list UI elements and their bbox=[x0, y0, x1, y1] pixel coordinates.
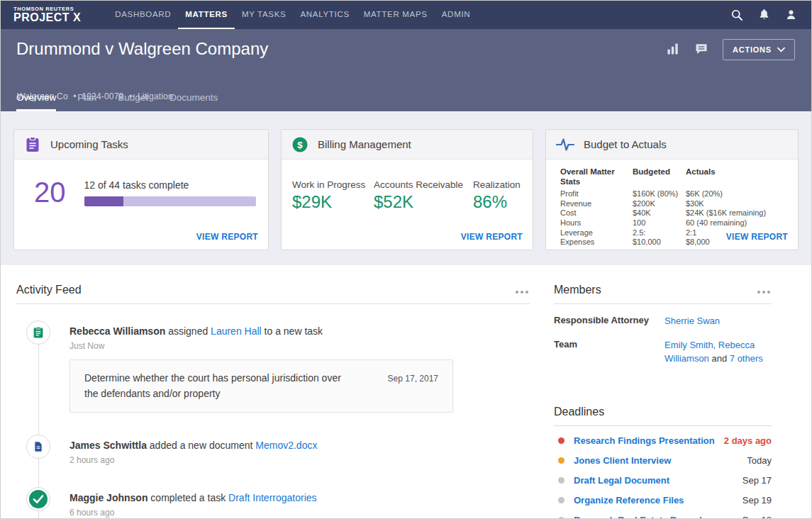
activity-feed-list: Rebecca Williamson assigned Lauren Hall … bbox=[16, 320, 530, 518]
view-report-link-tasks[interactable]: VIEW REPORT bbox=[196, 232, 258, 242]
deadline-due: Sep 17 bbox=[743, 475, 772, 486]
activity-feed-more-menu-icon[interactable] bbox=[514, 288, 530, 296]
deadline-link[interactable]: Research Findings Presentation bbox=[574, 435, 715, 446]
tab-overview[interactable]: Overview bbox=[16, 92, 56, 111]
stat-value: $52K bbox=[374, 192, 473, 212]
deadline-link[interactable]: Organize Reference Files bbox=[574, 495, 684, 506]
search-icon[interactable] bbox=[729, 7, 745, 23]
status-dot-upcoming bbox=[558, 517, 564, 519]
team-row: Team Emily Smith, Rebecca Williamson and… bbox=[554, 339, 772, 366]
nav-item-matter-maps[interactable]: MATTER MAPS bbox=[357, 1, 435, 29]
deadline-link[interactable]: Draft Legal Document bbox=[574, 475, 669, 486]
deadline-due: Sep 18 bbox=[743, 515, 772, 519]
status-dot-overdue bbox=[558, 437, 564, 444]
activity-item-task-assigned: Rebecca Williamson assigned Lauren Hall … bbox=[16, 320, 530, 413]
summary-cards-band: Upcoming Tasks 20 12 of 44 tasks complet… bbox=[1, 111, 811, 265]
nav-item-admin[interactable]: ADMIN bbox=[435, 1, 478, 29]
clipboard-icon bbox=[24, 136, 41, 153]
tab-documents[interactable]: Documents bbox=[169, 92, 218, 111]
task-description: Determine whether the court has personal… bbox=[84, 371, 354, 401]
stat-work-in-progress: Work in Progress $29K bbox=[292, 179, 374, 212]
members-more-menu-icon[interactable] bbox=[756, 288, 772, 296]
card-title: Budget to Actuals bbox=[584, 138, 667, 150]
tab-plan[interactable]: Plan bbox=[77, 92, 96, 111]
status-dot-upcoming bbox=[558, 477, 564, 484]
status-dot-today bbox=[558, 457, 564, 464]
deadline-due: Sep 19 bbox=[743, 495, 772, 506]
table-row-profit: Profit $160K (80%) $6K (20%) bbox=[560, 189, 788, 199]
task-link[interactable]: Draft Interrogatories bbox=[228, 492, 317, 503]
matter-header: Drummond v Walgreen Company Walgreen Co … bbox=[1, 29, 811, 111]
logo-line2: PROJECT X bbox=[13, 12, 81, 24]
actions-label: ACTIONS bbox=[733, 45, 772, 54]
responsible-attorney-row: Responsible Attorney Sherrie Swan bbox=[554, 315, 772, 328]
responsible-attorney-link[interactable]: Sherrie Swan bbox=[664, 316, 720, 326]
document-icon bbox=[33, 440, 44, 453]
notifications-bell-icon[interactable] bbox=[756, 7, 772, 23]
pulse-icon bbox=[556, 137, 574, 152]
tab-budget[interactable]: Budget bbox=[118, 92, 148, 111]
card-title: Upcoming Tasks bbox=[50, 138, 128, 150]
deadlines-title: Deadlines bbox=[554, 406, 604, 418]
user-account-icon[interactable] bbox=[783, 7, 799, 23]
nav-item-analytics[interactable]: ANALYTICS bbox=[293, 1, 356, 29]
deadlines-list: Research Findings Presentation 2 days ag… bbox=[554, 435, 772, 519]
col-header-stats: Overall Matter Stats bbox=[560, 167, 633, 186]
team-others-link[interactable]: 7 others bbox=[730, 353, 763, 364]
view-report-link-billing[interactable]: VIEW REPORT bbox=[461, 232, 523, 242]
stat-realization: Realization 86% bbox=[473, 179, 522, 212]
col-header-budgeted: Budgeted bbox=[633, 167, 686, 186]
nav-item-dashboard[interactable]: DASHBOARD bbox=[108, 1, 178, 29]
actions-button[interactable]: ACTIONS bbox=[723, 39, 795, 60]
stat-value: 86% bbox=[473, 192, 522, 212]
table-row-cost: Cost $40K $24K ($16K remaining) bbox=[560, 208, 788, 218]
activity-timestamp: 6 hours ago bbox=[69, 508, 530, 518]
stat-label: Accounts Receivable bbox=[374, 179, 473, 190]
check-circle-icon bbox=[28, 489, 49, 510]
status-dot-upcoming bbox=[558, 497, 564, 503]
svg-text:$: $ bbox=[297, 140, 303, 150]
table-row-hours: Hours 100 60 (40 remaining) bbox=[560, 218, 788, 228]
top-nav-bar: THOMSON REUTERS PROJECT X DASHBOARD MATT… bbox=[1, 1, 811, 29]
deadline-link[interactable]: Research Real Estate Records bbox=[574, 515, 707, 519]
bar-chart-icon[interactable] bbox=[666, 42, 682, 57]
responsible-attorney-label: Responsible Attorney bbox=[554, 315, 664, 328]
col-header-actuals: Actuals bbox=[686, 167, 788, 186]
members-title: Members bbox=[554, 284, 601, 296]
stat-value: $29K bbox=[292, 192, 374, 212]
deadline-row: Research Real Estate Records Sep 18 bbox=[554, 515, 772, 519]
stat-accounts-receivable: Accounts Receivable $52K bbox=[374, 179, 473, 212]
card-title: Billing Management bbox=[318, 138, 411, 150]
comments-icon[interactable] bbox=[694, 42, 710, 57]
activity-text: Rebecca Williamson assigned Lauren Hall … bbox=[69, 325, 530, 337]
dollar-icon: $ bbox=[291, 136, 308, 153]
team-value: Emily Smith, Rebecca Williamson and 7 ot… bbox=[664, 339, 772, 366]
upcoming-tasks-count: 20 bbox=[34, 178, 66, 206]
table-row-revenue: Revenue $200K $30K bbox=[560, 199, 788, 209]
deadline-link[interactable]: Jones Client Interview bbox=[574, 455, 671, 466]
tasks-progress-text: 12 of 44 tasks complete bbox=[84, 179, 256, 191]
task-preview-card[interactable]: Determine whether the court has personal… bbox=[69, 359, 453, 413]
document-link[interactable]: Memov2.docx bbox=[255, 440, 317, 451]
app-logo[interactable]: THOMSON REUTERS PROJECT X bbox=[13, 1, 81, 29]
chevron-down-icon bbox=[777, 47, 785, 52]
assignee-link[interactable]: Lauren Hall bbox=[211, 325, 262, 337]
matter-tabs: Overview Plan Budget Documents bbox=[16, 92, 218, 111]
view-report-link-budget[interactable]: VIEW REPORT bbox=[726, 232, 788, 242]
deadline-row: Jones Client Interview Today bbox=[554, 455, 772, 466]
deadline-due: Today bbox=[747, 455, 772, 466]
nav-item-matters[interactable]: MATTERS bbox=[178, 1, 235, 29]
budget-to-actuals-card: Budget to Actuals Overall Matter Stats B… bbox=[545, 129, 799, 250]
activity-timestamp: 2 hours ago bbox=[69, 455, 530, 465]
activity-timestamp: Just Now bbox=[69, 341, 530, 351]
activity-text: James Schwittla added a new document Mem… bbox=[69, 440, 530, 451]
task-clipboard-icon bbox=[32, 326, 45, 339]
upcoming-tasks-card: Upcoming Tasks 20 12 of 44 tasks complet… bbox=[13, 129, 269, 250]
tasks-progress-bar bbox=[84, 196, 256, 206]
activity-feed-title: Activity Feed bbox=[16, 284, 82, 296]
team-label: Team bbox=[554, 339, 664, 366]
billing-management-card: $ Billing Management Work in Progress $2… bbox=[281, 129, 533, 250]
task-due-date: Sep 17, 2017 bbox=[388, 371, 438, 401]
activity-text: Maggie Johnson completed a task Draft In… bbox=[69, 492, 530, 503]
nav-item-my-tasks[interactable]: MY TASKS bbox=[235, 1, 293, 29]
